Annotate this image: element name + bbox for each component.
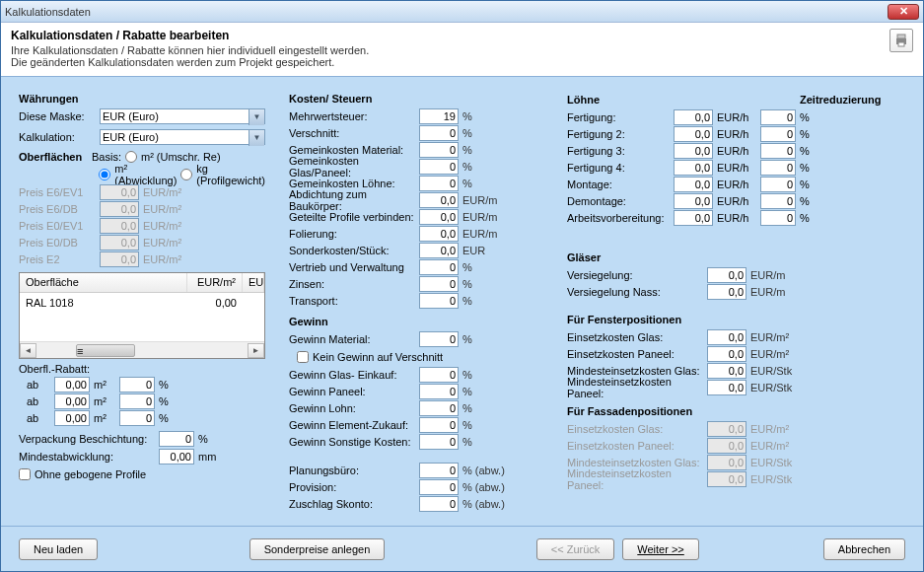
kosten-label: Verschnitt: <box>289 127 415 139</box>
kosten-input[interactable] <box>419 142 459 158</box>
verpackung-input[interactable] <box>159 431 194 447</box>
ab-val-input[interactable] <box>54 393 90 409</box>
glaeser-label: Versiegelung Nass: <box>567 286 703 298</box>
scroll-right-icon[interactable]: ► <box>248 343 264 358</box>
zeit-input[interactable] <box>760 143 796 159</box>
loehne-input[interactable] <box>674 160 713 176</box>
ab-pct-input[interactable] <box>119 410 155 426</box>
preis-input <box>100 251 139 267</box>
loehne-label: Fertigung 4: <box>567 162 670 174</box>
kein-gewinn-checkbox[interactable] <box>297 351 309 363</box>
zeit-input[interactable] <box>760 177 796 192</box>
kosten-label: Vertrieb und Verwaltung <box>289 261 415 273</box>
loehne-label: Arbeitsvorbereitung: <box>567 212 670 224</box>
preis-label: Preis E0/EV1 <box>19 220 96 232</box>
diese-maske-select[interactable] <box>100 108 265 124</box>
ohne-gebogene-checkbox[interactable] <box>19 468 31 480</box>
fenster-input[interactable] <box>707 363 746 379</box>
gewinn-input[interactable] <box>419 400 459 416</box>
zeit-input[interactable] <box>760 126 796 142</box>
ab-val-input[interactable] <box>54 410 90 426</box>
gewinn-label: Gewinn Element-Zukauf: <box>289 419 415 431</box>
loehne-input[interactable] <box>674 210 713 226</box>
kosten-input[interactable] <box>419 293 459 309</box>
kosten-input[interactable] <box>419 176 459 191</box>
table-col-eu: EU <box>243 273 264 292</box>
ab-pct-input[interactable] <box>119 377 155 393</box>
loehne-input[interactable] <box>674 109 713 125</box>
loehne-input[interactable] <box>674 193 713 209</box>
kosten-input[interactable] <box>419 226 459 242</box>
preis-input <box>100 201 139 217</box>
scroll-thumb[interactable]: ≡ <box>76 344 135 357</box>
gewinn-input[interactable] <box>419 417 459 433</box>
zeit-title: Zeitreduzierung <box>800 94 882 106</box>
table-row[interactable]: RAL 1018 0,00 <box>20 293 264 341</box>
gewinn-label: Gewinn Lohn: <box>289 402 415 414</box>
fenster-input[interactable] <box>707 329 746 345</box>
neu-laden-button[interactable]: Neu laden <box>19 538 98 560</box>
kosten-input[interactable] <box>419 125 459 141</box>
gewinn-bottom-input[interactable] <box>419 479 459 495</box>
basis-radio-abwicklung[interactable] <box>99 169 110 180</box>
gewinn-title: Gewinn <box>289 316 543 327</box>
loehne-label: Demontage: <box>567 195 670 207</box>
mindest-input[interactable] <box>159 449 194 465</box>
mindest-label: Mindestabwicklung: <box>19 451 155 463</box>
weiter-button[interactable]: Weiter >> <box>622 538 699 560</box>
fassade-label: Mindesteinsetzkosten Paneel: <box>567 467 703 491</box>
kosten-input[interactable] <box>419 243 459 258</box>
preis-input <box>100 184 139 200</box>
kosten-input[interactable] <box>419 209 459 225</box>
glaeser-input[interactable] <box>707 284 746 300</box>
glaeser-input[interactable] <box>707 267 746 283</box>
kosten-input[interactable] <box>419 259 459 275</box>
gewinn-bottom-label: Provision: <box>289 481 415 493</box>
glaeser-title: Gläser <box>567 251 905 263</box>
kosten-input[interactable] <box>419 108 459 124</box>
zurueck-button[interactable]: << Zurück <box>536 538 615 560</box>
fenster-input[interactable] <box>707 346 746 362</box>
ab-pct-input[interactable] <box>119 393 155 409</box>
basis-radio-umschr[interactable] <box>125 151 137 163</box>
gewinn-input[interactable] <box>419 384 459 399</box>
gewinn-material-label: Gewinn Material: <box>289 333 415 345</box>
kalkulation-select[interactable] <box>100 129 265 145</box>
gewinn-input[interactable] <box>419 367 459 383</box>
fassade-input <box>707 421 746 437</box>
zeit-input[interactable] <box>760 109 796 125</box>
gewinn-material-input[interactable] <box>419 331 459 347</box>
kosten-input[interactable] <box>419 276 459 292</box>
loehne-input[interactable] <box>674 126 713 142</box>
zeit-input[interactable] <box>760 210 796 226</box>
gewinn-bottom-input[interactable] <box>419 496 459 512</box>
sonderpreise-button[interactable]: Sonderpreise anlegen <box>249 538 386 560</box>
ohne-gebogene-label: Ohne gebogene Profile <box>35 468 146 480</box>
gewinn-bottom-label: Planungsbüro: <box>289 465 415 476</box>
print-button[interactable] <box>889 29 913 52</box>
zeit-input[interactable] <box>760 160 796 176</box>
fenster-input[interactable] <box>707 380 746 395</box>
basis-opt3: kg (Profilgewicht) <box>196 163 265 186</box>
kosten-input[interactable] <box>419 159 459 175</box>
close-button[interactable]: ✕ <box>888 4 919 20</box>
gewinn-bottom-input[interactable] <box>419 463 459 478</box>
gewinn-label: Gewinn Sonstige Kosten: <box>289 436 415 448</box>
table-scrollbar[interactable]: ◄ ≡ ► <box>20 341 264 358</box>
fassade-label: Einsetzkosten Paneel: <box>567 440 703 452</box>
loehne-input[interactable] <box>674 177 713 192</box>
footer: Neu laden Sonderpreise anlegen << Zurück… <box>1 526 923 571</box>
gewinn-input[interactable] <box>419 434 459 450</box>
mm-unit: mm <box>198 451 216 463</box>
loehne-label: Fertigung 3: <box>567 145 670 157</box>
preis-label: Preis E2 <box>19 253 96 265</box>
kosten-input[interactable] <box>419 192 459 208</box>
abbrechen-button[interactable]: Abbrechen <box>823 538 905 560</box>
scroll-left-icon[interactable]: ◄ <box>20 343 36 358</box>
fassade-input <box>707 438 746 454</box>
oberflaechen-title: Oberflächen <box>19 151 88 163</box>
basis-radio-kg[interactable] <box>180 169 192 180</box>
ab-val-input[interactable] <box>54 377 90 393</box>
loehne-input[interactable] <box>674 143 713 159</box>
zeit-input[interactable] <box>760 193 796 209</box>
